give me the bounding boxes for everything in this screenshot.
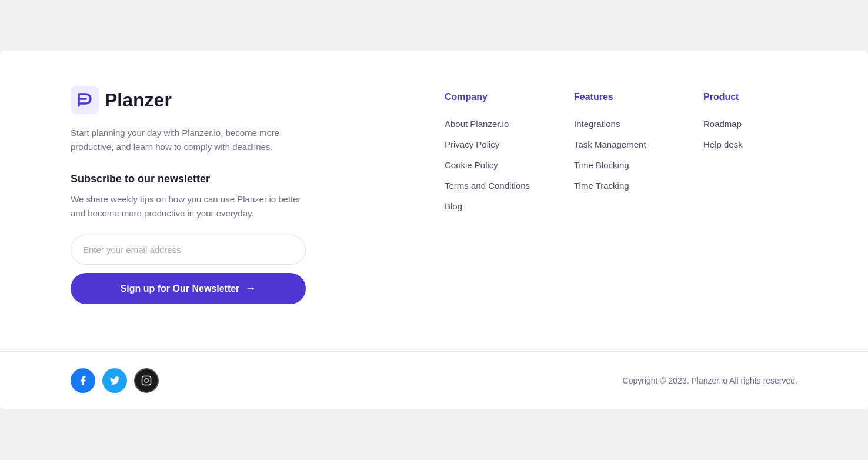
nav-link-blog[interactable]: Blog [445,201,539,211]
svg-point-3 [148,378,149,379]
svg-rect-0 [71,86,99,114]
newsletter-signup-button[interactable]: Sign up for Our Newsletter → [71,273,306,304]
facebook-button[interactable] [71,368,95,393]
instagram-icon [141,375,152,386]
nav-link-time-blocking[interactable]: Time Blocking [574,160,668,170]
company-column: Company About Planzer.io Privacy Policy … [445,92,539,222]
nav-link-helpdesk[interactable]: Help desk [703,139,797,149]
svg-point-2 [145,379,148,382]
nav-link-about[interactable]: About Planzer.io [445,119,539,129]
page-wrapper: Planzer Start planning your day with Pla… [0,51,868,409]
twitter-icon [109,375,120,386]
nav-link-terms[interactable]: Terms and Conditions [445,181,539,191]
nav-link-privacy[interactable]: Privacy Policy [445,139,539,149]
logo-area: Planzer [71,86,306,114]
features-column: Features Integrations Task Management Ti… [574,92,668,222]
product-column-title: Product [703,92,797,102]
planzer-logo-icon [71,86,99,114]
svg-rect-1 [142,376,151,385]
footer-nav: Company About Planzer.io Privacy Policy … [341,86,797,222]
nav-link-time-tracking[interactable]: Time Tracking [574,181,668,191]
newsletter-title: Subscribe to our newsletter [71,173,306,185]
facebook-icon [78,375,88,386]
copyright-text: Copyright © 2023. Planzer.io All rights … [623,376,797,385]
footer-left: Planzer Start planning your day with Pla… [71,86,306,304]
twitter-button[interactable] [102,368,127,393]
logo-text: Planzer [105,89,172,111]
product-column: Product Roadmap Help desk [703,92,797,222]
footer-content: Planzer Start planning your day with Pla… [71,86,797,304]
newsletter-description: We share weekly tips on how you can use … [71,192,306,221]
company-column-title: Company [445,92,539,102]
footer-bottom: Copyright © 2023. Planzer.io All rights … [0,351,868,409]
footer-main: Planzer Start planning your day with Pla… [0,51,868,351]
social-icons [71,368,159,393]
email-input[interactable] [71,235,306,265]
features-column-title: Features [574,92,668,102]
nav-link-task-management[interactable]: Task Management [574,139,668,149]
arrow-right-icon: → [245,282,256,295]
tagline: Start planning your day with Planzer.io,… [71,126,306,154]
nav-link-roadmap[interactable]: Roadmap [703,119,797,129]
nav-link-cookie[interactable]: Cookie Policy [445,160,539,170]
signup-button-label: Sign up for Our Newsletter [121,284,240,294]
instagram-button[interactable] [134,368,159,393]
nav-link-integrations[interactable]: Integrations [574,119,668,129]
